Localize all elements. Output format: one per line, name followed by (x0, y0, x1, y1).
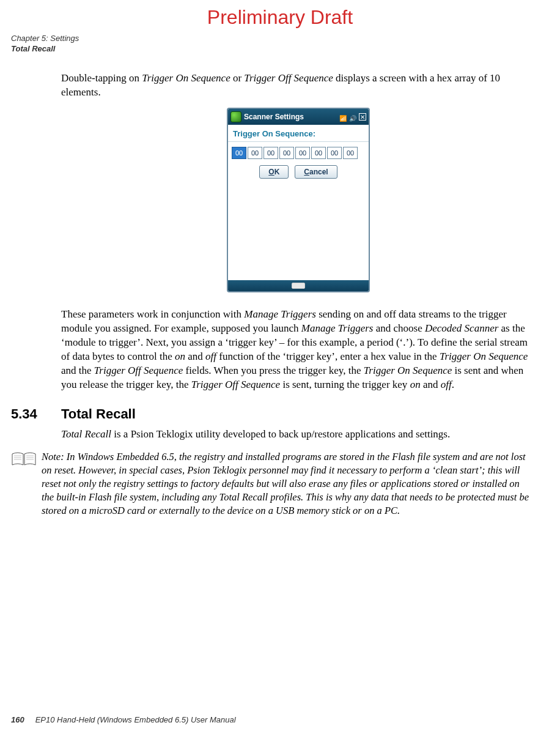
page-content: Double-tapping on Trigger On Sequence or… (0, 54, 560, 518)
term-trigger-on: Trigger On Sequence (142, 72, 230, 84)
book-icon (11, 451, 37, 467)
hex-cell-1[interactable]: 00 (248, 147, 262, 159)
term: Decoded Scanner (425, 322, 498, 334)
term: Total Recall (61, 428, 111, 440)
term: on (175, 351, 185, 362)
volume-icon[interactable] (349, 113, 356, 121)
keyboard-icon[interactable] (292, 283, 305, 289)
paragraph-1: Double-tapping on Trigger On Sequence or… (61, 72, 536, 100)
text: function of the ‘trigger key’, enter a h… (216, 351, 440, 362)
term: Trigger Off Sequence (191, 379, 280, 390)
text: and (421, 379, 441, 390)
page-footer: 160EP10 Hand-Held (Windows Embedded 6.5)… (11, 715, 236, 726)
cancel-underline: C (304, 168, 309, 176)
hex-cell-6[interactable]: 00 (327, 147, 342, 159)
text: Double-tapping on (61, 72, 142, 84)
text: and choose (373, 322, 425, 334)
close-icon[interactable]: ✕ (359, 113, 366, 121)
window-title: Scanner Settings (244, 112, 337, 122)
paragraph-3: Total Recall is a Psion Teklogix utility… (61, 428, 536, 442)
text: or (230, 72, 245, 84)
note-text: Note: In Windows Embedded 6.5, the regis… (42, 450, 536, 518)
hex-cell-4[interactable]: 00 (295, 147, 310, 159)
note-label: Note: (42, 451, 64, 462)
running-head: Chapter 5: Settings Total Recall (0, 34, 560, 54)
ok-button[interactable]: OK (259, 165, 289, 179)
footer-text: EP10 Hand-Held (Windows Embedded 6.5) Us… (35, 715, 236, 724)
term: off (441, 379, 452, 390)
page-number: 160 (11, 715, 24, 724)
paragraph-2: These parameters work in conjunction wit… (61, 308, 536, 392)
bottom-bar (228, 280, 369, 291)
start-orb-icon[interactable] (230, 111, 241, 122)
term: Manage Triggers (244, 308, 316, 320)
term: Trigger On Sequence (364, 365, 452, 376)
text: is a Psion Teklogix utility developed to… (111, 428, 450, 440)
ok-rest: K (274, 168, 280, 176)
text: and (185, 351, 205, 362)
term: Trigger On Sequence (440, 351, 528, 362)
tray-icons: ✕ (339, 113, 366, 121)
cancel-rest: ancel (309, 168, 328, 176)
preliminary-draft-heading: Preliminary Draft (0, 0, 560, 34)
hex-input-row: 00 00 00 00 00 00 00 00 (228, 142, 369, 164)
section-heading: 5.34 Total Recall (11, 405, 536, 424)
ok-underline: O (268, 168, 274, 176)
panel-heading: Trigger On Sequence: (228, 125, 369, 141)
term: Manage Triggers (301, 322, 374, 334)
hex-cell-2[interactable]: 00 (263, 147, 278, 159)
button-row: OK Cancel (228, 164, 369, 180)
term-trigger-off: Trigger Off Sequence (244, 72, 333, 84)
hex-cell-3[interactable]: 00 (279, 147, 294, 159)
hex-cell-7[interactable]: 00 (343, 147, 358, 159)
text: is sent, turning the trigger key (280, 379, 410, 390)
scanner-settings-window: Scanner Settings ✕ Trigger On Sequence: … (227, 108, 370, 292)
titlebar: Scanner Settings ✕ (228, 109, 369, 125)
note-block: Note: In Windows Embedded 6.5, the regis… (11, 450, 536, 518)
term: on (410, 379, 421, 390)
hex-cell-0[interactable]: 00 (232, 147, 246, 159)
screenshot-figure: Scanner Settings ✕ Trigger On Sequence: … (61, 108, 536, 296)
text: and the (61, 365, 94, 376)
text: These parameters work in conjunction wit… (61, 308, 244, 320)
term: off (205, 351, 216, 362)
chapter-line-1: Chapter 5: Settings (11, 34, 560, 44)
text: fields. When you press the trigger key, … (183, 365, 364, 376)
section-title: Total Recall (61, 405, 136, 424)
note-body: In Windows Embedded 6.5, the registry an… (42, 451, 529, 516)
signal-icon[interactable] (339, 113, 347, 121)
section-number: 5.34 (11, 405, 61, 424)
chapter-line-2: Total Recall (11, 44, 560, 54)
cancel-button[interactable]: Cancel (295, 165, 337, 179)
hex-cell-5[interactable]: 00 (311, 147, 326, 159)
term: Trigger Off Sequence (94, 365, 183, 376)
text: . (452, 379, 454, 390)
